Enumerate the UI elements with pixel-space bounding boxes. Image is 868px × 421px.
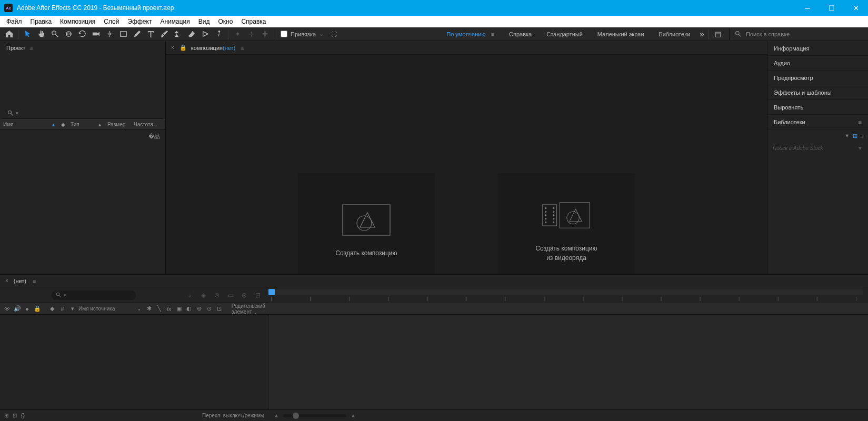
local-axis-icon[interactable]: ✦	[232, 28, 243, 40]
playhead[interactable]	[268, 289, 275, 295]
project-tab[interactable]: Проект≡	[0, 41, 165, 55]
toggle2-icon[interactable]: {}	[21, 413, 25, 418]
new-composition-from-footage-card[interactable]: Создать композициюиз видеоряда	[498, 173, 635, 289]
new-composition-card[interactable]: Создать композицию	[298, 173, 435, 289]
panel-align[interactable]: Выровнять	[767, 100, 868, 115]
svg-point-19	[553, 207, 554, 209]
hamburger-icon[interactable]: ≡	[33, 278, 36, 284]
panels-icon[interactable]: ▤	[712, 28, 724, 40]
brush-tool-icon[interactable]	[158, 28, 170, 40]
toggle-switches[interactable]: Перекл. выключ./режимы	[202, 413, 264, 418]
zoom-tool-icon[interactable]	[49, 28, 61, 40]
composition-tab[interactable]: × 🔒 композиция (нет) ≡	[166, 41, 767, 55]
clone-tool-icon[interactable]	[172, 28, 184, 40]
col-size[interactable]: Размер	[104, 122, 131, 127]
switch-icon[interactable]: ⊡	[253, 290, 263, 300]
col-name[interactable]: Имя▴	[0, 122, 58, 127]
sw-2[interactable]: ✱	[145, 305, 153, 312]
menu-view[interactable]: Вид	[194, 16, 214, 27]
svg-point-1	[66, 32, 71, 36]
minimize-button[interactable]: ─	[795, 0, 820, 16]
libraries-search[interactable]: Поиск в Adobe Stock▼	[767, 142, 868, 154]
world-axis-icon[interactable]: ⊹	[245, 28, 257, 40]
label-col-icon[interactable]: ◆	[48, 305, 56, 312]
timeline-tab[interactable]: × (нет) ≡	[0, 275, 868, 287]
timeline-ruler[interactable]	[268, 287, 868, 303]
maximize-button[interactable]: ☐	[820, 0, 844, 16]
selection-tool-icon[interactable]	[22, 28, 33, 40]
close-button[interactable]: ✕	[844, 0, 868, 16]
toggle1-icon[interactable]: ⊡	[13, 413, 17, 418]
video-icon[interactable]: 👁	[3, 306, 11, 312]
frame-blend-icon[interactable]: ◈	[198, 290, 208, 300]
zoom-slider[interactable]	[283, 414, 346, 417]
timeline-body[interactable]	[0, 315, 868, 409]
hamburger-icon[interactable]: ≡	[241, 45, 244, 51]
snap-checkbox[interactable]	[281, 31, 287, 37]
source-name-col[interactable]: Имя источника	[78, 306, 133, 312]
ruler-ticks	[268, 297, 868, 302]
hamburger-icon[interactable]: ≡	[859, 119, 862, 125]
text-tool-icon[interactable]	[145, 28, 156, 40]
pen-tool-icon[interactable]	[131, 28, 143, 40]
close-tab-icon[interactable]: ×	[5, 278, 8, 284]
menu-window[interactable]: Окно	[214, 16, 237, 27]
col-label-icon[interactable]: ◆	[58, 122, 67, 127]
workspace-standard[interactable]: Стандартный	[539, 27, 590, 41]
svg-point-9	[736, 32, 740, 35]
camera-tool-icon[interactable]	[90, 28, 102, 40]
menu-composition[interactable]: Композиция	[56, 16, 99, 27]
rotate-tool-icon[interactable]	[76, 28, 88, 40]
snap-toggle[interactable]: Привязка ⌄ ⛶	[281, 31, 337, 37]
menu-layer[interactable]: Слой	[99, 16, 123, 27]
svg-point-0	[52, 31, 56, 35]
hand-tool-icon[interactable]	[35, 28, 47, 40]
menu-effect[interactable]: Эффект	[123, 16, 156, 27]
home-icon[interactable]	[3, 28, 15, 40]
panel-libraries[interactable]: Библиотеки≡	[767, 115, 868, 129]
workspace-more-icon[interactable]: »	[700, 29, 704, 39]
list-view-icon[interactable]: ≡	[861, 133, 864, 139]
puppet-tool-icon[interactable]	[213, 28, 225, 40]
help-search[interactable]: Поиск в справке	[729, 28, 866, 40]
num-col[interactable]: #	[58, 306, 66, 312]
flowchart-icon[interactable]: �品	[148, 133, 160, 141]
rect-tool-icon[interactable]	[117, 28, 129, 40]
brain-icon[interactable]: ⊛	[239, 290, 250, 300]
audio-icon[interactable]: 🔊	[13, 305, 21, 312]
timeline-search[interactable]: ▾	[52, 290, 136, 300]
parent-col[interactable]: Родительский элемент ..	[232, 303, 265, 315]
menu-edit[interactable]: Правка	[26, 16, 56, 27]
orbit-tool-icon[interactable]	[63, 28, 74, 40]
workspace-libraries[interactable]: Библиотеки	[651, 27, 697, 41]
lock-col-icon[interactable]: 🔒	[33, 305, 41, 312]
lock-icon[interactable]: 🔒	[179, 44, 187, 51]
roto-tool-icon[interactable]	[199, 28, 211, 40]
col-type[interactable]: Тип▴	[67, 122, 104, 127]
svg-rect-3	[92, 33, 96, 36]
solo-icon[interactable]: ●	[23, 306, 31, 312]
motion-blur-icon[interactable]: ⊚	[212, 290, 222, 300]
window-title: Adobe After Effects CC 2019 - Безымянный…	[17, 4, 174, 12]
pan-behind-tool-icon[interactable]	[104, 28, 115, 40]
view-axis-icon[interactable]: ✚	[259, 28, 271, 40]
workspace-default[interactable]: По умолчанию≡	[439, 27, 502, 41]
workspace-small[interactable]: Маленький экран	[590, 27, 652, 41]
sw-1[interactable]: ⬩	[135, 306, 143, 312]
hamburger-icon[interactable]: ≡	[29, 45, 33, 51]
panel-info[interactable]: Информация	[767, 41, 868, 56]
project-search[interactable]: ▾	[2, 107, 163, 119]
panel-preview[interactable]: Предпросмотр	[767, 71, 868, 85]
col-rate[interactable]: Частота ..	[131, 122, 165, 127]
panel-effects[interactable]: Эффекты и шаблоны	[767, 85, 868, 100]
eraser-tool-icon[interactable]	[186, 28, 197, 40]
shy-icon[interactable]: ⬨	[184, 290, 195, 300]
panel-audio[interactable]: Аудио	[767, 56, 868, 71]
expand-icon[interactable]: ⊞	[4, 413, 8, 418]
menu-animation[interactable]: Анимация	[156, 16, 194, 27]
workspace-help[interactable]: Справка	[502, 27, 539, 41]
menu-help[interactable]: Справка	[237, 16, 270, 27]
menu-file[interactable]: Файл	[2, 16, 26, 27]
graph-icon[interactable]: ▭	[225, 290, 236, 300]
grid-view-icon[interactable]: ⊞	[853, 133, 857, 139]
